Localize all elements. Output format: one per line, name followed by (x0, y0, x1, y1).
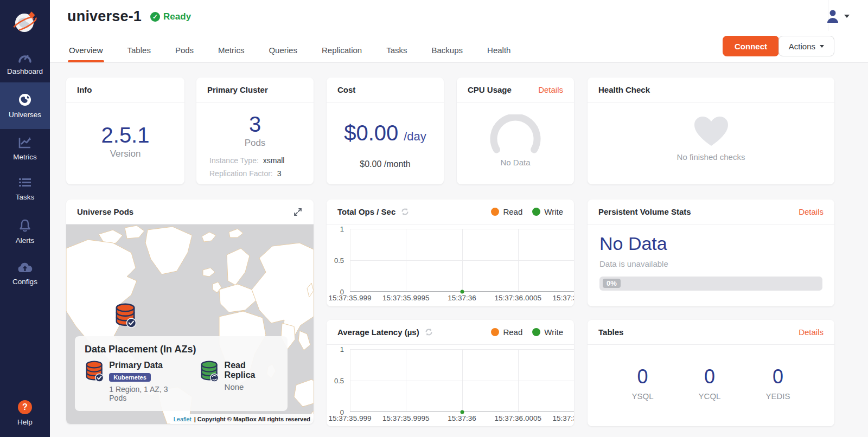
legend-read: Read (491, 207, 522, 216)
primary-data-legend: Primary Data Kubernetes 1 Region, 1 AZ, … (85, 361, 186, 402)
read-replica-detail: None (225, 382, 278, 391)
gauge-icon (18, 52, 32, 63)
legend-read-label: Read (503, 327, 522, 337)
cost-per-day-unit: /day (404, 130, 426, 144)
chevron-down-icon (820, 45, 824, 48)
tab-queries[interactable]: Queries (267, 46, 298, 62)
tab-pods[interactable]: Pods (174, 46, 195, 62)
replication-factor-row: Replication Factor: 3 (209, 169, 301, 178)
x-tick: 15:37:35.999 (329, 414, 372, 422)
y-tick: 1 (340, 345, 344, 354)
pods-count: 3 (249, 112, 261, 137)
read-replica-label: Read Replica (225, 361, 278, 380)
bell-icon (18, 218, 31, 233)
cost-per-month: $0.00 /month (360, 159, 410, 169)
x-tick: 15:37:35.9995 (382, 414, 429, 422)
tab-overview[interactable]: Overview (68, 46, 104, 62)
legend-read: Read (491, 327, 522, 337)
x-tick: 15:37:35.9995 (382, 294, 429, 302)
attribution-text: | Copyright © MapBox All rights reserved (194, 416, 310, 422)
volume-progress-bar: 0% (599, 277, 822, 291)
primary-database-icon (85, 361, 104, 382)
expand-icon[interactable] (293, 207, 303, 217)
refresh-icon[interactable] (400, 207, 410, 216)
user-menu[interactable] (826, 9, 850, 23)
ysql-count: 0 (637, 365, 648, 388)
replica-database-icon (200, 361, 219, 382)
total-ops-card: Total Ops / Sec Read Write 1 0.5 0 (327, 200, 574, 306)
tab-metrics[interactable]: Metrics (217, 46, 245, 62)
sidebar-item-alerts[interactable]: Alerts (0, 210, 50, 253)
help-icon: ? (18, 400, 32, 414)
sidebar-item-metrics[interactable]: Metrics (0, 129, 50, 168)
card-title: Primary Cluster (207, 85, 268, 94)
cpu-details-link[interactable]: Details (538, 85, 563, 94)
tab-tasks[interactable]: Tasks (385, 46, 408, 62)
tab-replication[interactable]: Replication (321, 46, 363, 62)
sidebar-item-configs[interactable]: Configs (0, 253, 50, 295)
data-placement-title: Data Placement (In AZs) (85, 344, 278, 355)
tab-health[interactable]: Health (486, 46, 512, 62)
ycql-label: YCQL (699, 391, 721, 401)
ysql-stat: 0 YSQL (632, 365, 654, 401)
sidebar-item-universes[interactable]: Universes (0, 82, 50, 129)
info-card: Info 2.5.1 Version (66, 78, 184, 184)
tables-details-link[interactable]: Details (799, 327, 824, 337)
write-data-point (460, 410, 464, 414)
ysql-label: YSQL (632, 391, 654, 401)
legend-write: Write (532, 207, 563, 216)
tab-bar: Overview Tables Pods Metrics Queries Rep… (68, 46, 512, 62)
globe-icon (18, 93, 32, 107)
sidebar-item-label: Tasks (16, 193, 35, 201)
x-tick: 15:37:36 (448, 294, 476, 302)
persistent-volume-card: Persistent Volume Stats Details No Data … (588, 200, 834, 306)
sidebar-item-label: Universes (9, 111, 41, 119)
total-ops-chart: 1 0.5 0 15:37:35.999 15:37:35.9995 15:37… (327, 224, 574, 306)
line-chart-icon (18, 136, 32, 149)
chart-title: Total Ops / Sec (337, 207, 395, 216)
avatar-icon (826, 9, 839, 23)
world-map[interactable]: Data Placement (In AZs) Pri (66, 224, 314, 424)
x-axis: 15:37:35.999 15:37:35.9995 15:37:36 15:3… (350, 414, 574, 424)
read-dot-icon (491, 328, 499, 336)
app-logo[interactable] (0, 0, 50, 44)
persistent-volume-details-link[interactable]: Details (799, 207, 824, 216)
tab-backups[interactable]: Backups (431, 46, 464, 62)
leaflet-link[interactable]: Leaflet (174, 416, 192, 422)
card-title: Cost (337, 85, 355, 94)
card-title: Tables (598, 327, 623, 337)
instance-type-value: xsmall (263, 156, 285, 165)
chart-title: Average Latency (µs) (337, 327, 419, 337)
sidebar-item-help[interactable]: ? Help (0, 389, 50, 437)
pods-label: Pods (245, 138, 266, 149)
connect-button[interactable]: Connect (723, 36, 779, 56)
actions-button[interactable]: Actions (778, 36, 834, 56)
check-circle-icon: ✓ (150, 12, 160, 22)
instance-type-row: Instance Type: xsmall (209, 156, 301, 165)
read-replica-legend: Read Replica None (200, 361, 278, 402)
primary-data-map-marker[interactable] (114, 303, 137, 330)
ycql-stat: 0 YCQL (699, 365, 721, 401)
yedis-label: YEDIS (765, 391, 790, 401)
x-tick: 15:37:36.001 (553, 294, 574, 302)
tables-card: Tables Details 0 YSQL 0 YCQL 0 YEDIS (588, 320, 834, 426)
no-data-text: No Data (599, 233, 822, 254)
status-badge: ✓ Ready (150, 11, 191, 22)
write-dot-icon (532, 328, 540, 336)
refresh-icon[interactable] (424, 327, 433, 337)
page-header: universe-1 ✓ Ready Overview Tables Pods … (50, 0, 868, 63)
y-tick: 1 (340, 225, 344, 233)
sidebar-item-tasks[interactable]: Tasks (0, 168, 50, 210)
ycql-count: 0 (704, 365, 715, 388)
x-axis: 15:37:35.999 15:37:35.9995 15:37:36 15:3… (350, 294, 574, 304)
sidebar-item-label: Configs (12, 278, 37, 286)
sidebar: Dashboard Universes Metrics Tasks (0, 0, 50, 437)
sidebar-item-dashboard[interactable]: Dashboard (0, 44, 50, 82)
sidebar-item-label: Metrics (13, 153, 37, 161)
cloud-upload-icon (17, 262, 33, 274)
sidebar-item-label: Dashboard (7, 67, 43, 75)
primary-data-label: Primary Data (109, 361, 186, 370)
cpu-empty-text: No Data (500, 158, 530, 167)
tab-tables[interactable]: Tables (126, 46, 152, 62)
plot-area (350, 229, 574, 292)
